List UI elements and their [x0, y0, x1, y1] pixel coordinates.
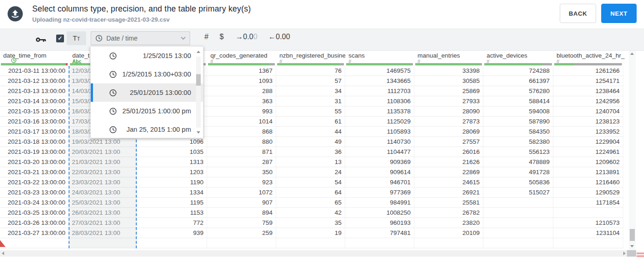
table-cell: 27873	[414, 117, 483, 127]
include-column-checkbox[interactable]: ✓	[56, 35, 64, 42]
column-name: active_devices	[487, 52, 528, 59]
clock-icon	[95, 35, 103, 42]
table-cell: 907	[207, 198, 276, 208]
table-cell: 24615	[414, 177, 483, 188]
table-cell: 556123	[483, 147, 553, 157]
scroll-up-icon[interactable]	[630, 53, 634, 55]
table-cell: 1238123	[553, 117, 623, 127]
column-name: qr_codes_generated	[210, 52, 267, 59]
table-cell: 49	[276, 137, 345, 147]
table-cell: 23820	[414, 218, 483, 228]
table-cell: 1125029	[345, 117, 414, 127]
table-cell: 65	[276, 198, 345, 208]
table-cell: 1093	[207, 76, 276, 86]
primary-key-icon[interactable]	[35, 36, 46, 43]
format-option[interactable]: 25/01/2015 1:00:00 pm	[91, 102, 203, 120]
scroll-up-icon[interactable]	[197, 51, 200, 53]
table-cell: 28090	[414, 106, 483, 117]
table-cell: 2021-03-25 13:00:00	[0, 208, 69, 218]
table-cell	[553, 238, 623, 248]
table-cell: 491728	[483, 167, 553, 177]
table-cell: 584350	[483, 127, 553, 137]
table-cell: 515027	[483, 188, 553, 198]
table-cell: 1231104	[553, 228, 623, 238]
table-cell: 2021-03-27 13:00:00	[0, 228, 69, 238]
table-cell: 993	[207, 106, 276, 117]
table-cell: 2021-03-14 13:00:00	[0, 96, 69, 106]
scroll-down-icon[interactable]	[630, 245, 634, 247]
table-cell: 25869	[414, 86, 483, 96]
selected-indicator	[91, 83, 93, 102]
table-cell: 2021-03-11 13:00:00	[0, 66, 69, 76]
decimal-increase-button[interactable]: →0.00	[236, 33, 257, 41]
vertical-scrollbar-thumb[interactable]	[630, 229, 635, 241]
horizontal-scrollbar-thumb[interactable]	[627, 250, 636, 257]
currency-type-button[interactable]: $	[220, 33, 224, 41]
horizontal-scrollbar[interactable]	[0, 250, 636, 257]
scroll-left-icon[interactable]	[2, 252, 4, 255]
table-cell: 984991	[345, 198, 414, 208]
table-cell: 1190	[137, 177, 207, 188]
column-type-select[interactable]: Date / time	[91, 31, 190, 45]
table-cell: 2021-03-16 13:00:00	[0, 117, 69, 127]
table-cell: 2021-03-20 13:00:00	[0, 157, 69, 167]
table-cell	[483, 218, 553, 228]
table-cell: 1135378	[345, 106, 414, 117]
table-cell: 31	[276, 96, 345, 106]
scroll-right-icon[interactable]	[623, 252, 626, 255]
table-cell: 2021-03-19 13:00:00	[0, 147, 69, 157]
table-cell: 1334	[137, 188, 207, 198]
vertical-scrollbar[interactable]	[629, 51, 636, 250]
scroll-down-icon[interactable]	[197, 131, 200, 134]
table-cell: 880	[207, 137, 276, 147]
dropdown-scrollbar[interactable]	[195, 47, 202, 138]
dropdown-scrollbar-track[interactable]	[196, 57, 201, 128]
table-cell: 1171854	[553, 198, 623, 208]
format-option[interactable]: 1/25/2015 13:00+03:00	[91, 65, 203, 83]
table-cell: 1229904	[553, 137, 623, 147]
app-root: { "header": { "title": "Select columns t…	[0, 0, 644, 258]
table-cell: 57	[276, 76, 345, 86]
table-cell: 25581	[414, 198, 483, 208]
table-cell: 35	[276, 218, 345, 228]
table-cell: 34	[276, 86, 345, 96]
table-cell: 22869	[414, 167, 483, 177]
table-cell: 42	[276, 208, 345, 218]
table-cell: 1213891	[553, 167, 623, 177]
table-cell: 946701	[345, 177, 414, 188]
page-subtitle: Uploading nz-covid-tracer-usage-2021-03-…	[32, 16, 169, 23]
table-cell: 1313	[137, 157, 207, 167]
table-cell: 2021-03-15 13:00:00	[0, 106, 69, 117]
next-button[interactable]: NEXT	[601, 4, 637, 23]
table-cell: 21626	[414, 157, 483, 167]
clock-icon	[109, 89, 117, 97]
table-cell: 2021-03-24 13:00:00	[0, 198, 69, 208]
table-cell: 2021-03-17 13:00:00	[0, 127, 69, 137]
table-cell: 26016	[414, 147, 483, 157]
format-option[interactable]: 1/25/2015 13:00	[91, 47, 203, 65]
format-option[interactable]: Jan 25, 2015 1:00 pm	[91, 120, 203, 139]
table-cell: 2021-03-13 13:00:00	[0, 86, 69, 96]
decimal-decrease-button[interactable]: ←0.00	[268, 33, 290, 41]
table-cell: 594008	[483, 106, 553, 117]
quality-bar	[346, 63, 413, 65]
table-cell: 1238464	[553, 86, 623, 96]
table-cell: 27557	[414, 137, 483, 147]
dropdown-scrollbar-thumb[interactable]	[196, 74, 201, 86]
table-cell: 1224961	[553, 147, 623, 157]
table-cell: 1216460	[553, 177, 623, 188]
table-cell: 1240704	[553, 106, 623, 117]
table-cell: 287	[207, 157, 276, 167]
table-cell: 20109	[414, 228, 483, 238]
format-option-selected[interactable]: 25/01/2015 13:00:00	[91, 83, 203, 102]
table-cell: 64	[276, 188, 345, 198]
text-type-button[interactable]: TT	[67, 31, 86, 45]
page-title: Select columns type, precision, and the …	[32, 4, 251, 14]
row-overflow-marker-icon	[0, 240, 6, 247]
number-type-button[interactable]: #	[204, 33, 209, 41]
table-cell: 588414	[483, 96, 553, 106]
quality-bar	[1, 63, 68, 65]
quality-bar	[554, 63, 622, 65]
back-button[interactable]: BACK	[560, 4, 596, 23]
clock-icon	[109, 70, 117, 78]
